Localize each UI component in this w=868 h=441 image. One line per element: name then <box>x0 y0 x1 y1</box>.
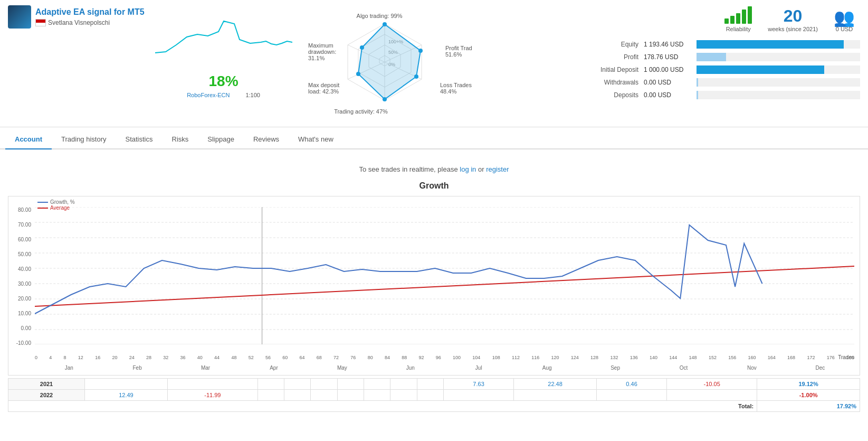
x-8: 8 <box>64 355 66 360</box>
month-mar: Mar <box>171 365 240 371</box>
x-124: 124 <box>571 355 579 360</box>
tab-statistics[interactable]: Statistics <box>116 130 163 149</box>
tab-trading-history[interactable]: Trading history <box>52 130 116 149</box>
deposit-row: Initial Deposit 1 000.00 USD <box>586 65 860 74</box>
radar-activity-label: Trading activity: 47% <box>334 108 388 115</box>
equity-bar <box>697 40 844 49</box>
y-label-30: 30.00 <box>8 281 31 287</box>
monthly-table: 2021 7.63 22.48 0.46 -10.05 19.12% <box>8 378 860 412</box>
deposits-label: Deposits <box>586 91 638 99</box>
mini-chart <box>155 5 292 70</box>
weeks-label: weeks (since 2021) <box>768 26 818 32</box>
x-96: 96 <box>436 355 441 360</box>
realtime-text-middle: or <box>476 165 486 173</box>
deposits-row: Deposits 0.00 USD <box>586 91 860 99</box>
month-feb: Feb <box>103 365 171 371</box>
equity-bar-container <box>697 40 860 49</box>
aug-2021 <box>390 379 417 390</box>
weeks-section: 20 weeks (since 2021) <box>768 6 818 32</box>
withdrawals-label: Withdrawals <box>586 79 638 86</box>
x-112: 112 <box>512 355 520 360</box>
x-72: 72 <box>333 355 339 360</box>
tab-risks[interactable]: Risks <box>163 130 198 149</box>
growth-title: Growth <box>8 181 860 191</box>
total-value: 17.92% <box>757 401 860 412</box>
author-row: Svetlana Visnepolschi <box>35 19 145 26</box>
radar-loss-label: Loss Trades: <box>440 82 472 88</box>
equity-value: 1 193.46 USD <box>644 41 691 48</box>
x-24: 24 <box>129 355 135 360</box>
y-label-10: 10.00 <box>8 311 31 316</box>
table-row-2021: 2021 7.63 22.48 0.46 -10.05 19.12% <box>8 379 860 390</box>
tab-reviews[interactable]: Reviews <box>244 130 289 149</box>
y-label-60: 60.00 <box>8 237 31 242</box>
rel-bar-3 <box>736 13 740 24</box>
month-sep: Sep <box>581 365 649 371</box>
mar-2021 <box>257 379 284 390</box>
weeks-number: 20 <box>784 6 803 26</box>
x-132: 132 <box>610 355 618 360</box>
svg-line-33 <box>35 266 854 306</box>
tab-slippage[interactable]: Slippage <box>198 130 244 149</box>
tab-whats-new[interactable]: What's new <box>289 130 343 149</box>
signal-name: Adaptive EA signal for MT5 <box>35 7 145 17</box>
login-link[interactable]: log in <box>460 165 476 173</box>
signal-title-area: Adaptive EA signal for MT5 Svetlana Visn… <box>8 5 145 29</box>
deposits-value: 0.00 USD <box>644 91 691 99</box>
rel-bar-1 <box>724 18 729 24</box>
subscribers-section: 👥 0 USD <box>834 9 855 32</box>
growth-section: Growth Growth, % Average 80.00 70.00 60.… <box>8 181 860 412</box>
tab-account[interactable]: Account <box>5 130 52 149</box>
svg-point-18 <box>414 74 418 79</box>
x-80: 80 <box>368 355 373 360</box>
oct-2022 <box>443 390 513 401</box>
oct-2021: 7.63 <box>443 379 513 390</box>
x-172: 172 <box>807 355 815 360</box>
x-60: 60 <box>282 355 288 360</box>
x-32: 32 <box>163 355 168 360</box>
x-0: 0 <box>35 355 37 360</box>
growth-percent: 18% <box>209 73 239 90</box>
avatar <box>8 5 31 29</box>
x-108: 108 <box>492 355 500 360</box>
deposit-bar-container <box>697 65 860 74</box>
x-48: 48 <box>231 355 236 360</box>
leverage: 1:100 <box>245 92 260 98</box>
nov-2022 <box>514 390 597 401</box>
x-160: 160 <box>748 355 756 360</box>
rel-bar-4 <box>742 10 746 24</box>
subscribers-value: 0 USD <box>836 26 853 32</box>
sep-2021 <box>417 379 443 390</box>
month-jun: Jun <box>376 365 444 371</box>
nov-2021: 22.48 <box>514 379 597 390</box>
x-164: 164 <box>768 355 776 360</box>
radar-deposit-label: Max deposit <box>308 82 339 88</box>
rel-bar-5 <box>748 6 752 24</box>
main-content: To see trades in realtime, please log in… <box>0 149 868 420</box>
x-44: 44 <box>214 355 220 360</box>
broker-link[interactable]: RoboForex-ECN <box>187 92 230 98</box>
register-link[interactable]: register <box>486 165 509 173</box>
sep-2022 <box>417 390 443 401</box>
svg-text:load: 42.3%: load: 42.3% <box>308 88 339 95</box>
realtime-notice: To see trades in realtime, please log in… <box>8 165 860 173</box>
x-4: 4 <box>49 355 52 360</box>
x-56: 56 <box>265 355 271 360</box>
withdrawals-value: 0.00 USD <box>644 79 691 86</box>
radar-drawdown-label: Maximum <box>308 42 333 49</box>
flag-icon <box>35 19 46 26</box>
x-64: 64 <box>300 355 305 360</box>
x-140: 140 <box>650 355 657 360</box>
total-label: Total: <box>8 401 757 412</box>
feb-2022: -11.99 <box>167 390 257 401</box>
author-name: Svetlana Visnepolschi <box>48 19 110 26</box>
radar-profit-label: Profit Trades: <box>445 45 472 51</box>
jun-2022 <box>337 390 364 401</box>
deposit-bar <box>697 65 824 74</box>
dec-2022 <box>596 390 666 401</box>
withdrawals-bar-container <box>697 78 860 87</box>
x-84: 84 <box>385 355 390 360</box>
ytd-2021: 19.12% <box>757 379 860 390</box>
x-128: 128 <box>590 355 598 360</box>
table-row-2022: 2022 12.49 -11.99 -1.00% <box>8 390 860 401</box>
